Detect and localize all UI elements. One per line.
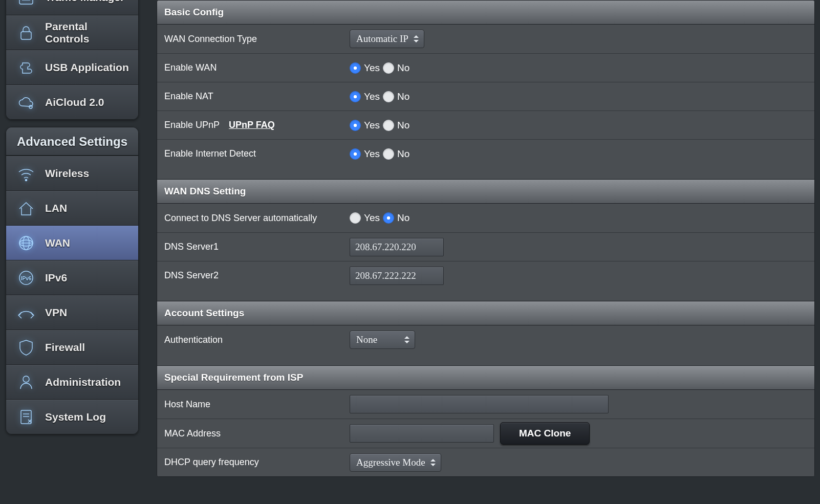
radio-enable-wan-no[interactable] (383, 62, 394, 74)
puzzle-icon (15, 57, 37, 78)
select-wan-connection-type[interactable]: Automatic IP (350, 30, 424, 48)
radio-label-no: No (397, 148, 409, 160)
label-enable-upnp: Enable UPnP UPnP FAQ (157, 120, 350, 130)
row-dns-server1: DNS Server1 (157, 232, 814, 261)
label-host-name: Host Name (157, 399, 350, 410)
row-dhcp-query: DHCP query frequency Aggressive Mode (157, 448, 814, 476)
sidebar-item-aicloud[interactable]: AiCloud 2.0 (6, 84, 138, 119)
sidebar-item-label: System Log (45, 411, 106, 423)
radio-label-no: No (397, 91, 409, 102)
row-authentication: Authentication None (157, 325, 814, 354)
input-dns-server2[interactable] (350, 267, 444, 285)
row-dns-server2: DNS Server2 (157, 261, 814, 290)
radio-group-enable-upnp: Yes No (350, 120, 814, 131)
section-header-basic: Basic Config (157, 1, 814, 25)
sidebar-item-parental-controls[interactable]: Parental Controls (6, 15, 138, 50)
log-icon (15, 406, 37, 428)
vpn-icon (15, 302, 37, 323)
sidebar-item-label: LAN (45, 202, 67, 214)
button-mac-clone[interactable]: MAC Clone (500, 422, 590, 445)
select-authentication[interactable]: None (350, 331, 415, 349)
radio-internet-detect-no[interactable] (383, 148, 394, 160)
radio-dot-icon (350, 148, 361, 160)
section-header-dns: WAN DNS Setting (157, 179, 814, 204)
radio-enable-upnp-yes[interactable] (350, 120, 361, 131)
svg-text:IPv6: IPv6 (21, 276, 32, 281)
label-enable-internet-detect: Enable Internet Detect (157, 148, 350, 159)
label-text: Enable UPnP (164, 120, 220, 130)
user-icon (15, 371, 37, 393)
label-authentication: Authentication (157, 335, 350, 345)
settings-panel: Basic Config WAN Connection Type Automat… (157, 0, 815, 477)
section-header-isp: Special Requirement from ISP (157, 365, 814, 390)
main-content: Basic Config WAN Connection Type Automat… (142, 0, 820, 504)
label-dns-server2: DNS Server2 (157, 270, 350, 281)
bars-icon (15, 0, 37, 8)
sidebar-item-ipv6[interactable]: IPv6 IPv6 (6, 260, 138, 295)
link-upnp-faq[interactable]: UPnP FAQ (229, 120, 275, 130)
radio-dot-icon (383, 91, 394, 102)
svg-rect-4 (21, 32, 31, 39)
radio-enable-nat-yes[interactable] (350, 91, 361, 102)
radio-label-no: No (397, 120, 409, 131)
radio-group-dns-auto: Yes No (350, 212, 814, 224)
radio-dot-icon (350, 91, 361, 102)
chevron-updown-icon (430, 459, 436, 466)
label-dhcp-query: DHCP query frequency (157, 457, 350, 468)
chevron-updown-icon (414, 35, 419, 42)
ipv6-icon: IPv6 (15, 267, 37, 289)
radio-group-enable-nat: Yes No (350, 91, 814, 102)
select-value: Automatic IP (356, 33, 408, 45)
cloud-icon (15, 92, 37, 113)
radio-enable-wan-yes[interactable] (350, 62, 361, 74)
radio-group-enable-internet-detect: Yes No (350, 148, 814, 160)
sidebar-item-label: IPv6 (45, 272, 67, 284)
radio-label-yes: Yes (364, 91, 380, 102)
sidebar-item-wireless[interactable]: Wireless (6, 156, 138, 190)
label-dns-server1: DNS Server1 (157, 242, 350, 252)
shield-icon (15, 337, 37, 358)
radio-dot-icon (350, 62, 361, 74)
sidebar-item-label: WAN (45, 237, 70, 249)
radio-dns-auto-yes[interactable] (350, 212, 361, 224)
sidebar-item-usb-application[interactable]: USB Application (6, 50, 138, 84)
radio-enable-upnp-no[interactable] (383, 120, 394, 131)
select-dhcp-query[interactable]: Aggressive Mode (350, 453, 441, 472)
sidebar-item-administration[interactable]: Administration (6, 364, 138, 399)
radio-dot-icon (350, 120, 361, 131)
radio-internet-detect-yes[interactable] (350, 148, 361, 160)
input-mac-address[interactable] (350, 424, 494, 443)
sidebar-item-lan[interactable]: LAN (6, 190, 138, 225)
sidebar-item-firewall[interactable]: Firewall (6, 330, 138, 364)
svg-rect-14 (21, 410, 31, 424)
sidebar-item-label: VPN (45, 306, 67, 319)
sidebar-item-traffic-manager[interactable]: Traffic Manager (6, 0, 138, 15)
label-dns-auto: Connect to DNS Server automatically (157, 213, 350, 224)
radio-dot-icon (383, 148, 394, 160)
row-enable-upnp: Enable UPnP UPnP FAQ Yes No (157, 111, 814, 139)
radio-label-yes: Yes (364, 62, 380, 74)
sidebar-item-system-log[interactable]: System Log (6, 399, 138, 434)
sidebar-item-wan[interactable]: WAN (6, 225, 138, 260)
svg-point-6 (25, 179, 27, 181)
label-mac-address: MAC Address (157, 428, 350, 439)
radio-label-no: No (397, 62, 409, 74)
row-host-name: Host Name (157, 390, 814, 419)
radio-dns-auto-no[interactable] (383, 212, 394, 224)
select-value: Aggressive Mode (356, 457, 425, 468)
sidebar: Traffic Manager Parental Controls USB Ap… (0, 0, 142, 504)
input-host-name[interactable] (350, 395, 609, 413)
sidebar-general-group: Traffic Manager Parental Controls USB Ap… (6, 0, 139, 120)
input-dns-server1[interactable] (350, 238, 444, 256)
svg-point-5 (29, 105, 32, 108)
lock-icon (15, 22, 37, 43)
radio-label-yes: Yes (364, 120, 380, 131)
sidebar-item-label: Traffic Manager (45, 0, 124, 4)
sidebar-item-label: Parental Controls (45, 20, 129, 45)
label-enable-wan: Enable WAN (157, 62, 350, 73)
sidebar-item-vpn[interactable]: VPN (6, 295, 138, 330)
radio-enable-nat-no[interactable] (383, 91, 394, 102)
sidebar-item-label: Wireless (45, 167, 89, 180)
home-icon (15, 198, 37, 219)
sidebar-item-label: USB Application (45, 61, 129, 74)
